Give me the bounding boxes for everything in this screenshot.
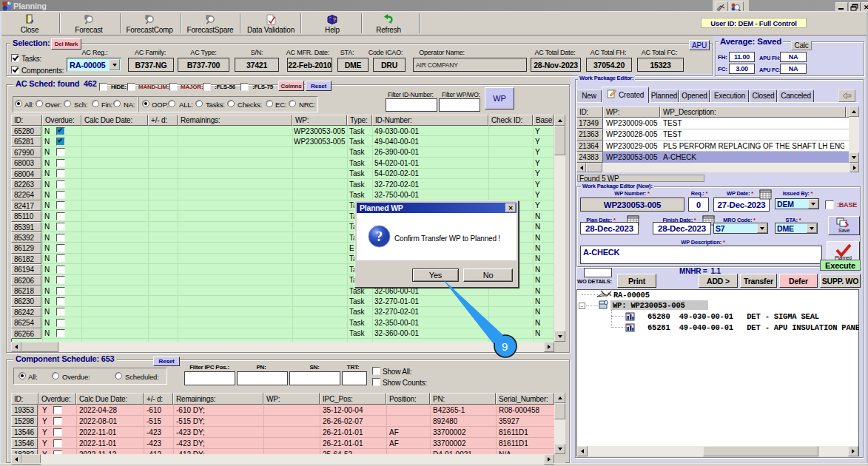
svg-text:9: 9 (502, 340, 508, 353)
svg-text:?: ? (333, 16, 337, 23)
svg-text:?: ? (376, 229, 383, 244)
